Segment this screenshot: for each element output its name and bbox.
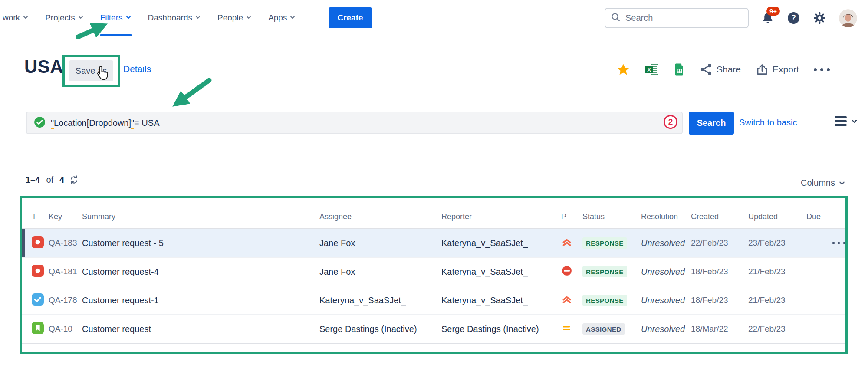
created-cell: 18/Mar/22: [691, 315, 748, 343]
column-header-key[interactable]: Key: [49, 198, 82, 229]
save-as-button[interactable]: Save as: [69, 60, 113, 81]
jql-field-name: Location[Dropdown]: [54, 118, 131, 128]
issue-row[interactable]: QA-10 Customer request Serge Dastings (I…: [22, 315, 845, 343]
reporter-cell: Serge Dastings (Inactive): [441, 315, 561, 343]
header-toolbar: X Share Export: [616, 62, 830, 76]
column-header-summary[interactable]: Summary: [82, 198, 319, 229]
more-options-button[interactable]: [814, 68, 830, 71]
nav-item-people[interactable]: People: [217, 0, 252, 36]
nav-item-label: People: [217, 13, 243, 23]
due-cell: [806, 286, 832, 315]
issue-summary-link[interactable]: Customer request - 5: [82, 229, 319, 257]
switch-to-basic-link[interactable]: Switch to basic: [739, 118, 797, 128]
status-badge: RESPONSE: [582, 295, 627, 306]
chevron-down-icon: [838, 180, 845, 187]
issue-summary-link[interactable]: Customer request-4: [82, 257, 319, 286]
global-search[interactable]: [605, 8, 749, 28]
due-cell: [806, 229, 832, 257]
issue-key-link[interactable]: QA-178: [49, 286, 82, 315]
updated-cell: 21/Feb/23: [748, 257, 806, 286]
issue-key-link[interactable]: QA-10: [49, 315, 82, 343]
nav-item-filters[interactable]: Filters: [100, 0, 132, 36]
task-icon: [32, 293, 44, 307]
export-button[interactable]: Export: [756, 63, 799, 76]
assignee-cell: Jane Fox: [319, 229, 441, 257]
issue-key-link[interactable]: QA-183: [49, 229, 82, 257]
create-button[interactable]: Create: [329, 7, 372, 28]
issue-summary-link[interactable]: Customer request-1: [82, 286, 319, 315]
valid-check-icon: [34, 116, 46, 130]
assignee-cell: Jane Fox: [319, 257, 441, 286]
details-link[interactable]: Details: [123, 64, 151, 74]
created-cell: 18/Feb/23: [691, 257, 748, 286]
column-header-assignee[interactable]: Assignee: [319, 198, 441, 229]
chevron-down-icon: [125, 13, 132, 23]
export-icon: [756, 63, 769, 76]
updated-cell: 22/Feb/23: [748, 315, 806, 343]
results-range: 1–4: [26, 175, 40, 185]
assignee-cell: Kateryna_v_SaaSJet_: [319, 286, 441, 315]
nav-item-label: Dashboards: [148, 13, 192, 23]
column-header-resolution[interactable]: Resolution: [641, 198, 691, 229]
reporter-cell: Kateryna_v_SaaSJet_: [441, 229, 561, 257]
results-of-label: of: [46, 175, 53, 185]
updated-cell: 21/Feb/23: [748, 286, 806, 315]
status-badge: RESPONSE: [582, 237, 627, 249]
updated-cell: 23/Feb/23: [748, 229, 806, 257]
assignee-cell: Serge Dastings (Inactive): [319, 315, 441, 343]
table-header-row: T Key Summary Assignee Reporter P Status…: [22, 198, 845, 229]
column-header-type[interactable]: T: [22, 198, 49, 229]
gear-icon: [813, 11, 826, 25]
jql-editor[interactable]: "Location[Dropdown]"= USA: [26, 112, 683, 134]
issue-row[interactable]: QA-181 Customer request-4 Jane Fox Kater…: [22, 257, 845, 286]
due-cell: [806, 257, 832, 286]
created-cell: 18/Feb/23: [691, 286, 748, 315]
nav-item-work[interactable]: work: [3, 0, 29, 36]
google-sheets-icon[interactable]: [674, 63, 685, 76]
issue-row[interactable]: QA-178 Customer request-1 Kateryna_v_Saa…: [22, 286, 845, 315]
help-button[interactable]: ?: [787, 11, 800, 25]
annotation-box-results-table: T Key Summary Assignee Reporter P Status…: [20, 196, 848, 354]
notifications-button[interactable]: 9+: [761, 12, 774, 25]
column-header-updated[interactable]: Updated: [748, 198, 806, 229]
help-icon: ?: [787, 11, 800, 25]
nav-item-dashboards[interactable]: Dashboards: [148, 0, 201, 36]
refresh-button[interactable]: [69, 174, 79, 185]
search-input[interactable]: [625, 13, 734, 23]
issue-key-link[interactable]: QA-181: [49, 257, 82, 286]
column-header-priority[interactable]: P: [561, 198, 582, 229]
share-button[interactable]: Share: [700, 63, 741, 76]
column-header-status[interactable]: Status: [582, 198, 641, 229]
chevron-down-icon: [78, 13, 84, 23]
row-actions-button[interactable]: [832, 242, 845, 244]
favorite-star-icon[interactable]: [616, 62, 630, 76]
reporter-cell: Kateryna_v_SaaSJet_: [441, 257, 561, 286]
nav-item-label: Projects: [45, 13, 75, 23]
nav-menu: work Projects Filters Dashboards People …: [3, 0, 372, 36]
reporter-cell: Kateryna_v_SaaSJet_: [441, 286, 561, 315]
results-total: 4: [59, 175, 64, 185]
nav-item-apps[interactable]: Apps: [268, 0, 296, 36]
column-header-reporter[interactable]: Reporter: [441, 198, 561, 229]
issue-summary-link[interactable]: Customer request: [82, 315, 319, 343]
settings-button[interactable]: [813, 11, 826, 25]
issue-row[interactable]: QA-183 Customer request - 5 Jane Fox Kat…: [22, 229, 845, 257]
status-badge: RESPONSE: [582, 266, 627, 277]
jql-operator-value: = USA: [134, 118, 159, 128]
story-icon: [32, 322, 44, 336]
list-view-options-button[interactable]: [835, 115, 858, 127]
column-header-created[interactable]: Created: [691, 198, 748, 229]
chevron-down-icon: [851, 118, 858, 125]
chevron-down-icon: [195, 13, 201, 23]
excel-export-icon[interactable]: X: [645, 62, 659, 76]
columns-dropdown[interactable]: Columns: [801, 178, 845, 188]
due-cell: [806, 315, 832, 343]
search-button[interactable]: Search: [689, 112, 734, 135]
jira-filter-page: work Projects Filters Dashboards People …: [0, 0, 868, 368]
column-header-due[interactable]: Due: [806, 198, 832, 229]
priority-high-icon: [561, 237, 572, 250]
avatar-photo: [839, 9, 857, 27]
nav-item-projects[interactable]: Projects: [45, 0, 84, 36]
svg-text:?: ?: [791, 13, 796, 22]
user-avatar[interactable]: [839, 9, 857, 27]
